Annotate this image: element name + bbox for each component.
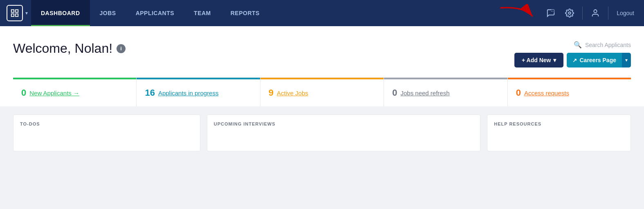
- careers-dropdown-button[interactable]: ▾: [622, 53, 631, 67]
- nav-item-jobs[interactable]: JOBS: [90, 0, 126, 26]
- welcome-text: Welcome, Nolan!: [13, 41, 112, 56]
- careers-page-button[interactable]: ↗ Careers Page: [567, 53, 622, 67]
- svg-rect-3: [16, 14, 18, 16]
- svg-point-6: [594, 10, 597, 13]
- nav-item-applicants[interactable]: APPLICANTS: [126, 0, 184, 26]
- stat-bar-jobs-refresh: [384, 78, 507, 79]
- stat-content-new-applicants: 0 New Applicants →: [21, 88, 128, 98]
- stat-number-jobs-refresh: 0: [392, 88, 397, 98]
- stat-bar-new-applicants: [13, 78, 136, 79]
- navbar: ▾ DASHBOARD JOBS APPLICANTS TEAM REPORTS: [0, 0, 644, 26]
- stat-content-in-progress: 16 Applicants in progress: [145, 88, 251, 98]
- search-icon: 🔍: [574, 41, 582, 49]
- nav-separator: [582, 7, 583, 20]
- stat-number-access-requests: 0: [516, 88, 521, 98]
- logo[interactable]: ▾: [7, 5, 28, 21]
- add-new-chevron-icon: ▾: [553, 57, 556, 63]
- stat-label-jobs-refresh[interactable]: Jobs need refresh: [400, 90, 449, 97]
- stat-content-access-requests: 0 Access requests: [516, 88, 623, 98]
- nav-right: Logout: [543, 5, 637, 21]
- logout-button[interactable]: Logout: [613, 10, 637, 16]
- stat-bar-in-progress: [137, 78, 260, 79]
- stat-label-in-progress[interactable]: Applicants in progress: [158, 90, 219, 97]
- stat-card-jobs-refresh: 0 Jobs need refresh: [384, 78, 507, 106]
- stat-label-new-applicants[interactable]: New Applicants →: [29, 90, 79, 97]
- messages-icon-button[interactable]: [543, 5, 559, 21]
- nav-links: DASHBOARD JOBS APPLICANTS TEAM REPORTS: [31, 0, 543, 26]
- stat-content-active-jobs: 9 Active Jobs: [269, 88, 375, 98]
- logo-icon: [7, 5, 23, 21]
- svg-rect-0: [11, 10, 14, 12]
- help-title: HELP RESOURCES: [494, 121, 624, 126]
- action-buttons: + Add New ▾ ↗ Careers Page ▾: [514, 53, 631, 67]
- add-new-label: + Add New: [522, 57, 551, 63]
- settings-icon-button[interactable]: [562, 5, 577, 21]
- stat-number-active-jobs: 9: [269, 88, 274, 98]
- stats-row: 0 New Applicants → 16 Applicants in prog…: [13, 77, 631, 106]
- stat-bar-active-jobs: [260, 78, 384, 79]
- welcome-title: Welcome, Nolan! i: [13, 41, 126, 56]
- help-panel: HELP RESOURCES: [487, 115, 631, 151]
- careers-label: Careers Page: [579, 57, 616, 63]
- todos-title: TO-DOS: [20, 121, 193, 126]
- nav-separator-2: [608, 7, 608, 20]
- top-right-actions: 🔍 Search Applicants + Add New ▾ ↗ Career…: [514, 41, 631, 67]
- stat-label-active-jobs[interactable]: Active Jobs: [277, 90, 308, 97]
- stat-card-active-jobs: 9 Active Jobs: [260, 78, 384, 106]
- interviews-panel: UPCOMING INTERVIEWS: [207, 115, 481, 151]
- stat-number-in-progress: 16: [145, 88, 155, 98]
- add-new-button[interactable]: + Add New ▾: [514, 53, 563, 67]
- welcome-row: Welcome, Nolan! i 🔍 Search Applicants + …: [13, 34, 631, 67]
- nav-item-reports[interactable]: REPORTS: [221, 0, 269, 26]
- todos-panel: TO-DOS: [13, 115, 200, 151]
- stat-bar-access-requests: [508, 78, 631, 79]
- stat-card-access-requests: 0 Access requests: [508, 78, 631, 106]
- bottom-section: TO-DOS UPCOMING INTERVIEWS HELP RESOURCE…: [0, 106, 644, 160]
- careers-wrapper: ↗ Careers Page ▾: [567, 53, 631, 67]
- nav-item-team[interactable]: TEAM: [184, 0, 221, 26]
- stat-content-jobs-refresh: 0 Jobs need refresh: [392, 88, 499, 98]
- external-link-icon: ↗: [572, 57, 577, 63]
- stat-label-access-requests[interactable]: Access requests: [524, 90, 569, 97]
- user-profile-icon-button[interactable]: [588, 5, 603, 21]
- stat-number-new-applicants: 0: [21, 88, 26, 98]
- main-content: Welcome, Nolan! i 🔍 Search Applicants + …: [0, 26, 644, 106]
- stat-card-new-applicants: 0 New Applicants →: [13, 78, 137, 106]
- stat-card-in-progress: 16 Applicants in progress: [137, 78, 260, 106]
- logo-chevron-icon: ▾: [25, 10, 28, 16]
- search-bar[interactable]: 🔍 Search Applicants: [574, 41, 631, 49]
- search-placeholder: Search Applicants: [585, 42, 631, 48]
- svg-point-5: [568, 12, 571, 14]
- nav-item-dashboard[interactable]: DASHBOARD: [31, 0, 90, 26]
- interviews-title: UPCOMING INTERVIEWS: [214, 121, 474, 126]
- info-icon-button[interactable]: i: [117, 44, 126, 53]
- svg-rect-2: [11, 14, 14, 16]
- svg-rect-1: [16, 10, 18, 12]
